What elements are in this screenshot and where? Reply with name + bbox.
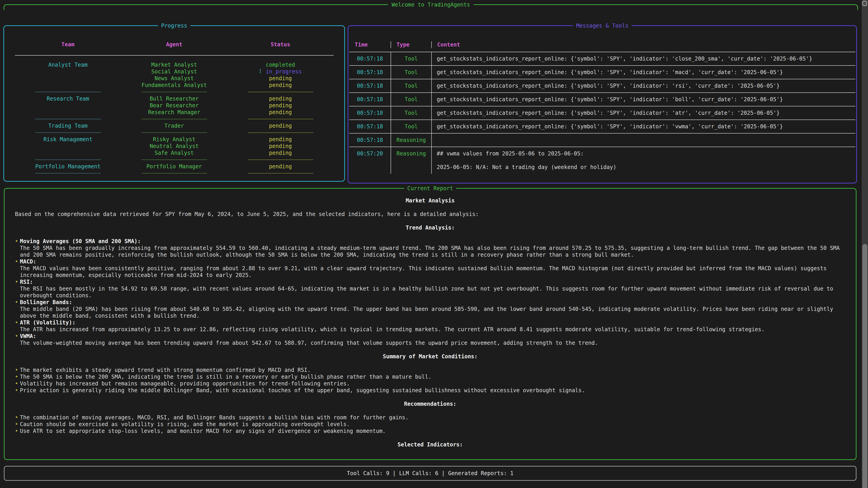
agent-status-cell: pending bbox=[227, 136, 334, 143]
report-bullet-list: •The market exhibits a steady upward tre… bbox=[15, 367, 845, 394]
separator-line bbox=[142, 92, 207, 92]
messages-table-body: 00:57:18Toolget_stockstats_indicators_re… bbox=[349, 52, 855, 174]
agent-status-cell: pending bbox=[227, 75, 334, 82]
message-time-cell: 00:57:18 bbox=[349, 106, 391, 120]
report-section-heading: Selected Indicators: bbox=[15, 441, 845, 448]
separator-line bbox=[35, 160, 101, 160]
report-section-heading: Recommendations: bbox=[15, 400, 845, 408]
footer-stats-bar: Tool Calls: 9 | LLM Calls: 6 | Generated… bbox=[4, 466, 857, 481]
agent-name-cell: Research Manager bbox=[121, 109, 227, 116]
message-content-cell: get_stockstats_indicators_report_online:… bbox=[432, 96, 855, 103]
progress-group-separator bbox=[15, 116, 334, 123]
report-bullet-item: •Bollinger Bands:The middle band (20 SMA… bbox=[15, 299, 845, 319]
report-bullet-item: •The combination of moving averages, MAC… bbox=[15, 414, 845, 421]
team-name-cell: Risk Management bbox=[15, 136, 121, 143]
bullet-icon: • bbox=[15, 333, 18, 339]
separator-line bbox=[142, 132, 207, 133]
message-time-cell: 00:57:18 bbox=[349, 66, 391, 79]
status-badge: pending bbox=[269, 82, 292, 88]
report-bullet-item: •MACD:The MACD values have been consiste… bbox=[15, 258, 845, 279]
report-bullet-list: •Moving Averages (50 SMA and 200 SMA):Th… bbox=[15, 238, 845, 346]
agent-status-cell: pending bbox=[227, 143, 334, 150]
progress-row: Research Managerpending bbox=[15, 109, 334, 116]
message-type-cell: Tool bbox=[391, 79, 432, 92]
message-content-cell: ## vwma values from 2025-05-06 to 2025-0… bbox=[432, 147, 855, 174]
message-row: 00:57:18Toolget_stockstats_indicators_re… bbox=[349, 93, 855, 106]
messages-table: TimeTypeContent 00:57:18Toolget_stocksta… bbox=[349, 41, 855, 174]
message-time-cell: 00:57:20 bbox=[349, 147, 391, 174]
report-bullet-list: •The combination of moving averages, MAC… bbox=[15, 414, 845, 434]
bullet-title: Moving Averages (50 SMA and 200 SMA): bbox=[20, 238, 141, 245]
scrollbar-top-button[interactable] bbox=[862, 1, 867, 6]
separator-line bbox=[142, 119, 207, 119]
report-panel-title: Current Report bbox=[404, 185, 456, 192]
scrollbar-track[interactable] bbox=[862, 0, 868, 488]
separator-line bbox=[248, 160, 313, 160]
agent-status-cell: pending bbox=[227, 82, 334, 89]
team-name-cell bbox=[15, 109, 121, 116]
message-content-cell: get_stockstats_indicators_report_online:… bbox=[432, 55, 855, 62]
message-row: 00:57:18Reasoning bbox=[349, 133, 855, 147]
progress-table-body: Analyst TeamMarket AnalystcompletedSocia… bbox=[15, 61, 334, 177]
separator-line bbox=[142, 173, 207, 173]
status-badge: pending bbox=[269, 96, 292, 102]
message-content-cell: get_stockstats_indicators_report_online:… bbox=[432, 69, 855, 76]
bullet-icon: • bbox=[15, 428, 18, 434]
team-name-cell bbox=[15, 82, 121, 89]
progress-row: Trading TeamTraderpending bbox=[15, 123, 334, 129]
status-badge: pending bbox=[269, 163, 292, 170]
report-bullet-item: •The 50 SMA is below the 200 SMA, indica… bbox=[15, 373, 845, 380]
message-content-cell: get_stockstats_indicators_report_online:… bbox=[432, 123, 855, 130]
scrollbar-thumb[interactable] bbox=[862, 244, 867, 488]
progress-panel: Progress TeamAgentStatus Analyst TeamMar… bbox=[3, 25, 345, 182]
status-badge: completed bbox=[266, 62, 295, 68]
progress-column-header: Agent bbox=[121, 41, 227, 52]
progress-table: TeamAgentStatus Analyst TeamMarket Analy… bbox=[15, 41, 334, 177]
bullet-icon: • bbox=[15, 258, 18, 265]
team-name-cell bbox=[15, 150, 121, 156]
report-section-heading: Market Analysis bbox=[15, 197, 845, 204]
progress-column-header: Team bbox=[15, 41, 121, 52]
message-time-cell: 00:57:18 bbox=[349, 52, 391, 65]
progress-group-separator bbox=[15, 170, 334, 177]
bullet-icon: • bbox=[15, 373, 18, 380]
messages-column-header: Content bbox=[432, 41, 855, 48]
bullet-icon: • bbox=[15, 414, 18, 421]
agent-name-cell: Fundamentals Analyst bbox=[121, 82, 227, 89]
report-bullet-item: •VWMA:The volume-weighted moving average… bbox=[15, 333, 845, 346]
progress-row: Portfolio ManagementPortfolio Managerpen… bbox=[15, 163, 334, 170]
bullet-icon: • bbox=[15, 387, 18, 394]
separator-line bbox=[142, 160, 207, 160]
footer-stats-text: Tool Calls: 9 | LLM Calls: 6 | Generated… bbox=[347, 470, 514, 477]
bullet-title: Bollinger Bands: bbox=[20, 299, 72, 305]
bullet-icon: • bbox=[15, 279, 18, 285]
progress-group-separator bbox=[15, 89, 334, 95]
message-row: 00:57:20Reasoning## vwma values from 202… bbox=[349, 147, 855, 174]
agent-name-cell: Portfolio Manager bbox=[121, 163, 227, 170]
progress-group-separator bbox=[15, 129, 334, 136]
banner-title: Welcome to TradingAgents bbox=[388, 1, 474, 8]
message-time-cell: 00:57:18 bbox=[349, 79, 391, 92]
current-report-panel: Current Report Market AnalysisBased on t… bbox=[4, 188, 857, 460]
agent-name-cell: Bear Researcher bbox=[121, 102, 227, 109]
progress-panel-title: Progress bbox=[158, 22, 191, 29]
agent-name-cell: News Analyst bbox=[121, 75, 227, 82]
message-time-cell: 00:57:18 bbox=[349, 93, 391, 106]
agent-name-cell: Safe Analyst bbox=[121, 150, 227, 156]
message-type-cell: Tool bbox=[391, 52, 432, 65]
report-bullet-item: •Moving Averages (50 SMA and 200 SMA):Th… bbox=[15, 238, 845, 258]
team-name-cell bbox=[15, 75, 121, 82]
separator-line bbox=[35, 119, 101, 119]
status-badge: pending bbox=[269, 102, 292, 109]
progress-row: Neutral Analystpending bbox=[15, 143, 334, 150]
message-type-cell: Tool bbox=[391, 120, 432, 133]
message-row: 00:57:18Toolget_stockstats_indicators_re… bbox=[349, 52, 855, 66]
report-bullet-item: •Volatility has increased but remains ma… bbox=[15, 380, 845, 387]
bullet-title: MACD: bbox=[20, 258, 36, 265]
messages-table-header: TimeTypeContent bbox=[349, 41, 855, 52]
agent-status-cell: pending bbox=[227, 95, 334, 102]
status-badge: pending bbox=[269, 150, 292, 156]
report-bullet-item: •Caution should be exercised as volatili… bbox=[15, 421, 845, 428]
bullet-icon: • bbox=[15, 367, 18, 373]
agent-name-cell: Neutral Analyst bbox=[121, 143, 227, 150]
